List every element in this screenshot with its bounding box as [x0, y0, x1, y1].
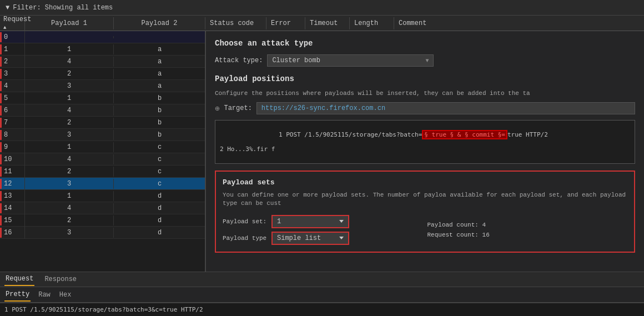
- table-row[interactable]: 24a: [0, 56, 205, 68]
- payload-type-label: Payload type: [223, 235, 267, 242]
- column-headers: Request ▲ Payload 1 Payload 2 Status cod…: [0, 16, 644, 31]
- cell-payload2: d: [114, 203, 205, 213]
- payload-set-label: Payload set:: [223, 218, 267, 225]
- row-indicator: [0, 179, 2, 189]
- cell-payload2: a: [114, 69, 205, 79]
- cell-payload2: d: [114, 228, 205, 238]
- cell-request: 1: [0, 43, 25, 56]
- header-length: Length: [350, 17, 394, 29]
- cell-request: 13: [0, 190, 25, 202]
- row-indicator: [0, 106, 2, 116]
- sub-tab-raw[interactable]: Raw: [37, 289, 52, 301]
- table-row[interactable]: 83b: [0, 129, 205, 141]
- table-row[interactable]: 123c: [0, 178, 205, 190]
- sub-tabs: Pretty Raw Hex: [0, 287, 644, 303]
- code-block: 1 POST /1.5/9025115/storage/tabs?batch=§…: [215, 120, 635, 164]
- cell-payload2: b: [114, 118, 205, 128]
- row-indicator: [0, 228, 2, 238]
- cell-payload2: b: [114, 93, 205, 103]
- payload-type-chevron-icon: [339, 237, 344, 239]
- code-line2: 2 Ho...3%.fir f: [220, 146, 275, 153]
- cell-payload1: 1: [25, 44, 114, 54]
- cell-request: 15: [0, 214, 25, 227]
- cell-payload1: 3: [25, 179, 114, 189]
- sub-tab-hex[interactable]: Hex: [58, 289, 73, 301]
- table-row[interactable]: 131d: [0, 190, 205, 202]
- cell-payload2: c: [114, 167, 205, 177]
- cell-payload2: c: [114, 154, 205, 164]
- code-line-number: 1: [279, 131, 286, 138]
- row-indicator: [0, 44, 2, 54]
- table-row[interactable]: 43a: [0, 80, 205, 92]
- row-indicator: [0, 154, 2, 164]
- cell-payload1: 1: [25, 191, 114, 201]
- table-row[interactable]: 32a: [0, 68, 205, 80]
- payload-sets-panel: Payload sets You can define one or more …: [215, 170, 635, 253]
- header-timeout: Timeout: [305, 17, 350, 29]
- cell-payload1: 3: [25, 228, 114, 238]
- sub-tab-pretty[interactable]: Pretty: [4, 288, 31, 302]
- cell-payload1: 2: [25, 118, 114, 128]
- table-row[interactable]: 91c: [0, 141, 205, 153]
- cell-payload2: a: [114, 44, 205, 54]
- payload-type-row: Payload type Simple list: [223, 232, 423, 245]
- row-indicator: [0, 93, 2, 103]
- table-row[interactable]: 72b: [0, 117, 205, 129]
- cell-request: 7: [0, 117, 25, 129]
- table-row[interactable]: 104c: [0, 153, 205, 165]
- tab-request[interactable]: Request: [4, 273, 34, 286]
- payload-sets-desc: You can define one or more payload sets.…: [223, 191, 627, 208]
- filter-icon: ▼: [6, 4, 9, 12]
- table-row[interactable]: 152d: [0, 214, 205, 227]
- cell-request: 3: [0, 68, 25, 80]
- cell-request: 16: [0, 227, 25, 239]
- row-indicator: [0, 32, 2, 42]
- cell-request: 11: [0, 165, 25, 178]
- cell-payload1: 3: [25, 81, 114, 91]
- app-container: ▼ Filter: Showing all items Request ▲ Pa…: [0, 0, 644, 316]
- right-content-area: Choose an attack type Attack type: Clust…: [205, 31, 644, 272]
- row-indicator: [0, 69, 2, 79]
- payload-positions-section: Payload positions Configure the position…: [215, 74, 635, 164]
- row-indicator: [0, 81, 2, 91]
- table-row[interactable]: 163d: [0, 227, 205, 239]
- filter-bar: ▼ Filter: Showing all items: [0, 0, 644, 16]
- cell-request: 4: [0, 80, 25, 92]
- target-label: Target:: [224, 104, 251, 112]
- row-indicator: [0, 130, 2, 140]
- code-post: POST /1.5/9025115/storage/tabs?batch=: [286, 131, 422, 138]
- payload-sets-left: Payload set: 1 Payload type: [223, 215, 423, 245]
- row-indicator: [0, 118, 2, 128]
- payload-type-select[interactable]: Simple list: [271, 232, 349, 245]
- middle-section: Request ▲ Payload 1 Payload 2 Status cod…: [0, 16, 644, 272]
- bottom-tabs: Request Response: [0, 272, 644, 287]
- table-row[interactable]: 11a: [0, 43, 205, 56]
- table-rows[interactable]: 011a24a32a43a51b64b72b83b91c104c112c123c…: [0, 31, 205, 272]
- cell-payload1: 4: [25, 203, 114, 213]
- cell-payload2: c: [114, 142, 205, 152]
- cell-payload2: [114, 36, 205, 38]
- table-row[interactable]: 0: [0, 31, 205, 43]
- table-row[interactable]: 51b: [0, 92, 205, 104]
- table-row[interactable]: 144d: [0, 202, 205, 214]
- row-indicator: [0, 203, 2, 213]
- status-bar: 1 POST /1.5/9025115/storage/tabs?batch=3…: [0, 303, 644, 316]
- cell-payload1: 1: [25, 142, 114, 152]
- attack-type-select[interactable]: Cluster bomb ▼: [267, 54, 434, 67]
- target-row: ⊕ Target: https://s26-sync.firefox.com.c…: [215, 102, 635, 114]
- tab-response[interactable]: Response: [43, 273, 78, 285]
- attack-type-row: Attack type: Cluster bomb ▼: [215, 54, 635, 67]
- table-row[interactable]: 64b: [0, 104, 205, 117]
- table-row[interactable]: 112c: [0, 165, 205, 178]
- cell-payload1: 3: [25, 130, 114, 140]
- payload-set-select[interactable]: 1: [271, 215, 349, 228]
- payload-positions-title: Payload positions: [215, 74, 635, 83]
- row-indicator: [0, 215, 2, 225]
- header-error: Error: [266, 17, 305, 29]
- cell-request: 6: [0, 104, 25, 117]
- cell-payload2: a: [114, 57, 205, 67]
- cell-payload2: b: [114, 130, 205, 140]
- overlay-panel: Choose an attack type Attack type: Clust…: [205, 31, 644, 272]
- attack-type-label: Attack type:: [215, 57, 263, 64]
- cell-payload2: d: [114, 191, 205, 201]
